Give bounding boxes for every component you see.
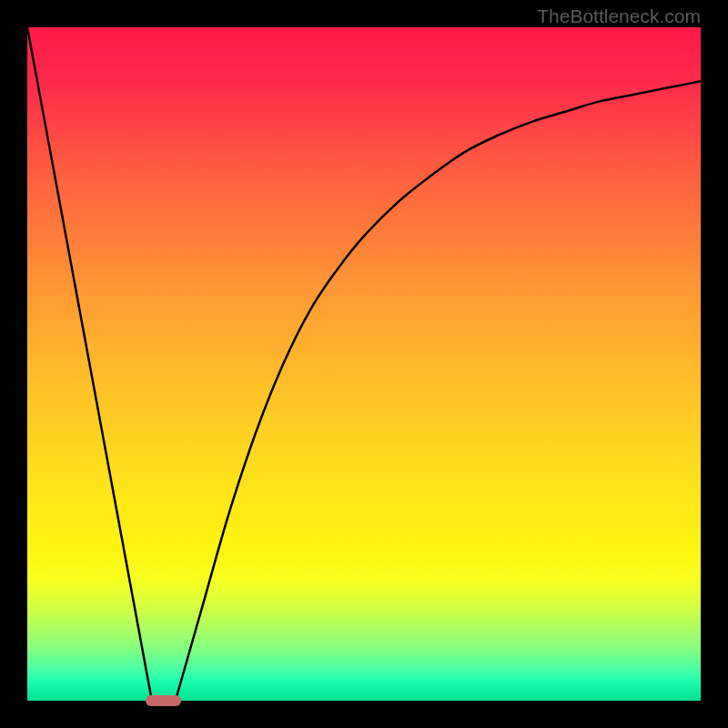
optimal-point-marker bbox=[146, 695, 180, 707]
chart-plot-area bbox=[27, 27, 701, 701]
curve-right-branch bbox=[176, 81, 701, 701]
curve-svg bbox=[27, 27, 701, 701]
curve-left-branch bbox=[27, 27, 152, 701]
watermark-text: TheBottleneck.com bbox=[537, 5, 701, 27]
